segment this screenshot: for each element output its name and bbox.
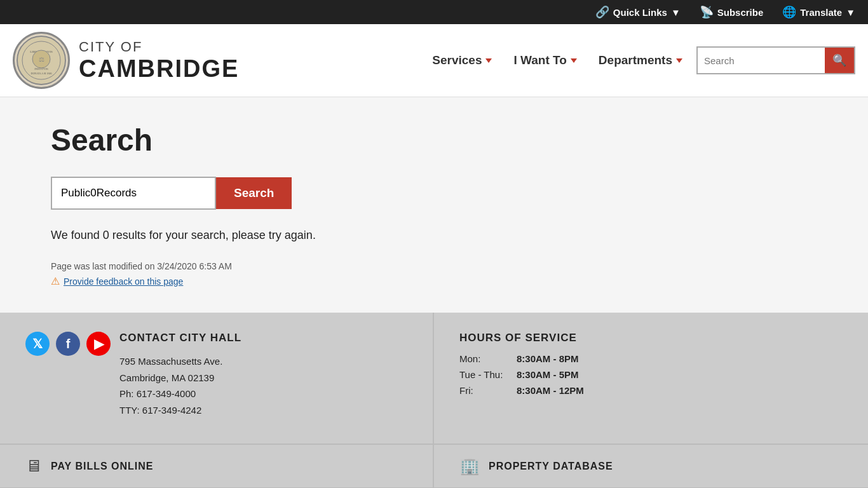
footer-hours-section: HOURS OF SERVICE Mon: 8:30AM - 8PM Tue -… (434, 313, 868, 444)
iwantto-chevron-icon (571, 58, 577, 63)
main-search-button[interactable]: Search (216, 177, 292, 209)
hours-day-tue: Tue - Thu: (459, 369, 517, 380)
translate-button[interactable]: 🌐 Translate ▼ (782, 5, 855, 19)
hours-title: HOURS OF SERVICE (459, 332, 843, 344)
city-of-label: CITY OF (79, 39, 239, 55)
feedback-link[interactable]: Provide feedback on this page (64, 276, 183, 287)
property-database-label: PROPERTY DATABASE (489, 461, 613, 472)
youtube-icon[interactable]: ▶ (86, 332, 111, 356)
subscribe-button[interactable]: 📡 Subscribe (700, 5, 764, 19)
twitter-icon[interactable]: 𝕏 (25, 332, 50, 356)
building-icon: 🏢 (459, 456, 480, 476)
hours-row-fri: Fri: 8:30AM - 12PM (459, 385, 843, 396)
hours-day-fri: Fri: (459, 385, 517, 396)
no-results-message: We found 0 results for your search, plea… (51, 229, 817, 242)
quick-links-label: Quick Links (613, 7, 667, 18)
departments-chevron-icon (676, 58, 682, 63)
translate-label: Translate (800, 7, 842, 18)
hours-row-tue: Tue - Thu: 8:30AM - 5PM (459, 369, 843, 380)
header: LIBERIS NOVIS INSTITVIS DONATA A SI 1846… (0, 24, 868, 97)
header-search-button[interactable]: 🔍 (825, 48, 854, 73)
iwantto-label: I Want To (513, 53, 566, 67)
nav-area: Services I Want To Departments 🔍 (424, 46, 855, 74)
phone-number: Ph: 617-349-4000 (119, 388, 196, 399)
cambridge-label: CAMBRIDGE (79, 55, 239, 83)
services-chevron-icon (485, 58, 492, 63)
services-label: Services (432, 53, 482, 67)
search-form: Search (51, 177, 817, 210)
quick-links-button[interactable]: 🔗 Quick Links ▼ (595, 5, 681, 19)
facebook-icon[interactable]: f (56, 332, 80, 356)
iwantto-nav[interactable]: I Want To (506, 48, 584, 72)
services-nav[interactable]: Services (424, 48, 499, 72)
social-icons: 𝕏 f ▶ (25, 332, 111, 356)
globe-icon: 🌐 (782, 5, 796, 19)
top-bar: 🔗 Quick Links ▼ 📡 Subscribe 🌐 Translate … (0, 0, 868, 24)
feedback-link-row: ⚠ Provide feedback on this page (51, 275, 817, 287)
svg-text:⚖: ⚖ (39, 56, 44, 63)
contact-row: 𝕏 f ▶ CONTACT CITY HALL 795 Massachusett… (25, 332, 407, 424)
page-title: Search (51, 123, 817, 158)
hours-row-mon: Mon: 8:30AM - 8PM (459, 353, 843, 364)
main-search-input[interactable] (51, 177, 216, 210)
property-database-link[interactable]: 🏢 PROPERTY DATABASE (434, 445, 868, 487)
pay-bills-link[interactable]: 🖥 PAY BILLS ONLINE (0, 445, 434, 487)
footer-contact-section: 𝕏 f ▶ CONTACT CITY HALL 795 Massachusett… (0, 313, 434, 444)
footer: 𝕏 f ▶ CONTACT CITY HALL 795 Massachusett… (0, 313, 868, 488)
hours-time-tue: 8:30AM - 5PM (517, 369, 579, 380)
address-line2: Cambridge, MA 02139 (119, 372, 214, 383)
pay-bills-label: PAY BILLS ONLINE (51, 461, 154, 472)
subscribe-label: Subscribe (717, 7, 764, 18)
contact-info: CONTACT CITY HALL 795 Massachusetts Ave.… (119, 332, 241, 424)
header-search-input[interactable] (698, 50, 825, 71)
logo-area[interactable]: LIBERIS NOVIS INSTITVIS DONATA A SI 1846… (13, 32, 239, 89)
monitor-icon: 🖥 (25, 456, 42, 476)
warning-icon: ⚠ (51, 275, 60, 287)
footer-bottom: 🖥 PAY BILLS ONLINE 🏢 PROPERTY DATABASE (0, 444, 868, 487)
departments-nav[interactable]: Departments (591, 48, 690, 72)
departments-label: Departments (599, 53, 672, 67)
city-name: CITY OF CAMBRIDGE (79, 39, 239, 83)
header-search-box: 🔍 (696, 46, 855, 74)
rss-icon: 📡 (700, 5, 714, 19)
meta-section: Page was last modified on 3/24/2020 6:53… (51, 261, 817, 287)
hours-time-fri: 8:30AM - 12PM (517, 385, 584, 396)
footer-top: 𝕏 f ▶ CONTACT CITY HALL 795 Massachusett… (0, 313, 868, 444)
address-line1: 795 Massachusetts Ave. (119, 356, 222, 367)
main-content: Search Search We found 0 results for you… (0, 97, 868, 313)
quick-links-chevron: ▼ (671, 7, 681, 18)
link-icon: 🔗 (595, 5, 609, 19)
last-modified-text: Page was last modified on 3/24/2020 6:53… (51, 261, 817, 271)
hours-time-mon: 8:30AM - 8PM (517, 353, 579, 364)
city-seal: LIBERIS NOVIS INSTITVIS DONATA A SI 1846… (13, 32, 70, 89)
contact-title: CONTACT CITY HALL (119, 332, 241, 344)
tty-number: TTY: 617-349-4242 (119, 405, 201, 416)
svg-text:DONATA A SI 1846: DONATA A SI 1846 (31, 72, 52, 75)
hours-list: Mon: 8:30AM - 8PM Tue - Thu: 8:30AM - 5P… (459, 353, 843, 396)
footer-address: 795 Massachusetts Ave. Cambridge, MA 021… (119, 353, 241, 418)
translate-chevron: ▼ (846, 7, 855, 18)
hours-day-mon: Mon: (459, 353, 517, 364)
